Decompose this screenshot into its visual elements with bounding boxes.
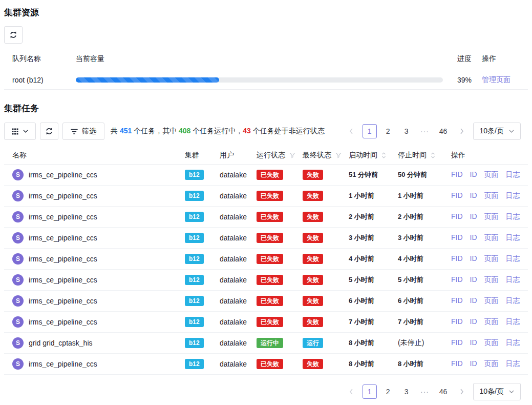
pagination-page-2[interactable]: 2	[381, 124, 395, 138]
fid-link[interactable]: FID	[451, 359, 463, 369]
id-link[interactable]: ID	[470, 296, 477, 306]
page-link[interactable]: 页面	[484, 212, 499, 221]
id-link[interactable]: ID	[470, 254, 477, 264]
pagination-ellipsis: ···	[418, 124, 432, 138]
fid-link[interactable]: FID	[451, 212, 463, 221]
sorter-icon[interactable]	[381, 152, 386, 159]
log-link[interactable]: 日志	[506, 275, 520, 285]
pagination-page-2[interactable]: 2	[381, 384, 395, 399]
header-run-status[interactable]: 运行状态	[252, 151, 299, 160]
id-link[interactable]: ID	[470, 191, 477, 200]
log-link[interactable]: 日志	[506, 359, 520, 369]
page-link[interactable]: 页面	[484, 254, 499, 264]
tasks-toolbar: 筛选 共 451 个任务，其中 408 个任务运行中，43 个任务处于非运行状态…	[4, 123, 528, 140]
run-status-badge: 运行中	[257, 338, 283, 348]
page-size-select[interactable]: 10条/页	[473, 123, 521, 140]
resources-refresh-button[interactable]	[4, 26, 23, 44]
page-link[interactable]: 页面	[484, 170, 499, 179]
final-status-badge: 失败	[303, 254, 323, 264]
page-link[interactable]: 页面	[484, 275, 499, 285]
id-link[interactable]: ID	[470, 212, 477, 221]
avatar: S	[12, 295, 24, 307]
header-start-time[interactable]: 启动时间	[345, 151, 394, 160]
running-task-count: 408	[179, 127, 190, 135]
log-link[interactable]: 日志	[506, 233, 520, 242]
pagination-page-1[interactable]: 1	[363, 384, 377, 399]
pagination-page-3[interactable]: 3	[399, 384, 414, 399]
log-link[interactable]: 日志	[506, 296, 520, 306]
run-status-badge: 已失败	[257, 317, 283, 327]
pagination-page-last[interactable]: 46	[436, 384, 451, 399]
stop-time: (未停止)	[394, 338, 447, 348]
capacity-progress-fill	[76, 77, 219, 83]
page-link[interactable]: 页面	[484, 296, 499, 306]
filter-button[interactable]: 筛选	[62, 123, 104, 140]
fid-link[interactable]: FID	[451, 338, 463, 348]
final-status-badge: 失败	[303, 212, 323, 222]
log-link[interactable]: 日志	[506, 170, 520, 179]
task-name: irms_ce_pipeline_ccs	[29, 360, 97, 368]
page-link[interactable]: 页面	[484, 338, 499, 348]
log-link[interactable]: 日志	[506, 212, 520, 221]
pagination-prev-icon[interactable]	[344, 384, 358, 399]
page-link[interactable]: 页面	[484, 317, 499, 327]
cluster-badge: b12	[185, 317, 204, 327]
stop-time: 7 小时前	[394, 317, 447, 327]
sorter-icon[interactable]	[431, 152, 435, 159]
log-link[interactable]: 日志	[506, 254, 520, 264]
task-name: irms_ce_pipeline_ccs	[29, 213, 97, 221]
table-row: S irms_ce_pipeline_ccs b12 datalake 已失败 …	[4, 291, 528, 312]
table-row: S irms_ce_pipeline_ccs b12 datalake 已失败 …	[4, 354, 528, 375]
final-status-badge: 失败	[303, 191, 323, 201]
log-link[interactable]: 日志	[506, 191, 520, 200]
page-link[interactable]: 页面	[484, 359, 499, 369]
task-name: irms_ce_pipeline_ccs	[29, 255, 97, 263]
pagination-next-icon[interactable]	[455, 384, 469, 399]
tasks-refresh-button[interactable]	[40, 123, 58, 140]
task-name: irms_ce_pipeline_ccs	[29, 171, 97, 179]
header-user: 用户	[216, 151, 252, 160]
run-status-badge: 已失败	[257, 191, 283, 201]
pagination-next-icon[interactable]	[455, 124, 469, 138]
task-user: datalake	[216, 339, 252, 347]
pagination-prev-icon[interactable]	[344, 124, 358, 138]
log-link[interactable]: 日志	[506, 338, 520, 348]
fid-link[interactable]: FID	[451, 296, 463, 306]
id-link[interactable]: ID	[470, 359, 477, 369]
id-link[interactable]: ID	[470, 275, 477, 285]
filter-funnel-icon[interactable]	[289, 152, 295, 158]
pagination-page-3[interactable]: 3	[399, 124, 414, 138]
page-size-select[interactable]: 10条/页	[473, 383, 521, 400]
header-stop-time[interactable]: 停止时间	[394, 151, 447, 160]
pagination-page-last[interactable]: 46	[436, 124, 451, 138]
filter-funnel-icon[interactable]	[335, 152, 342, 158]
fid-link[interactable]: FID	[451, 317, 463, 327]
cluster-badge: b12	[185, 275, 204, 285]
header-cluster: 集群	[181, 151, 216, 160]
start-time: 5 小时前	[345, 275, 394, 285]
page-link[interactable]: 页面	[484, 191, 499, 200]
pagination-page-1[interactable]: 1	[363, 124, 377, 138]
id-link[interactable]: ID	[470, 338, 477, 348]
log-link[interactable]: 日志	[506, 317, 520, 327]
page-link[interactable]: 页面	[484, 233, 499, 242]
column-settings-button[interactable]	[4, 123, 36, 140]
resources-header-queue: 队列名称	[4, 54, 76, 64]
fid-link[interactable]: FID	[451, 191, 463, 200]
filter-button-label: 筛选	[82, 127, 96, 136]
run-status-badge: 已失败	[257, 254, 283, 264]
header-final-status[interactable]: 最终状态	[299, 151, 345, 160]
total-task-count: 451	[120, 127, 132, 135]
fid-link[interactable]: FID	[451, 170, 463, 179]
task-count-summary: 共 451 个任务，其中 408 个任务运行中，43 个任务处于非运行状态	[111, 127, 325, 136]
id-link[interactable]: ID	[470, 170, 477, 179]
stop-time: 2 小时前	[394, 212, 447, 221]
task-table-body: S irms_ce_pipeline_ccs b12 datalake 已失败 …	[4, 165, 528, 375]
failed-task-count: 43	[243, 127, 251, 135]
fid-link[interactable]: FID	[451, 254, 463, 264]
fid-link[interactable]: FID	[451, 233, 463, 242]
manage-page-link[interactable]: 管理页面	[482, 75, 510, 84]
fid-link[interactable]: FID	[451, 275, 463, 285]
id-link[interactable]: ID	[470, 317, 477, 327]
id-link[interactable]: ID	[470, 233, 477, 242]
